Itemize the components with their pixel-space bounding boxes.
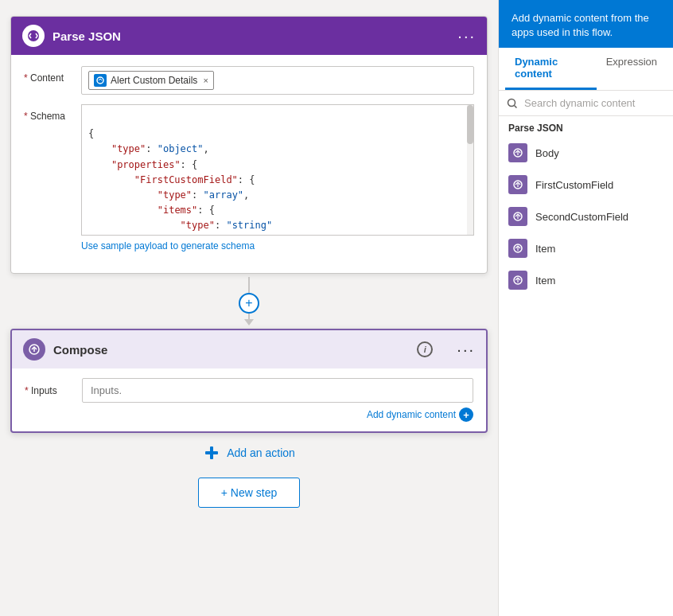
content-tag-text: Alert Custom Details	[111, 75, 197, 86]
panel-header-text: Add dynamic content from the apps used i…	[512, 12, 649, 38]
panel-item-item2-label: Item	[535, 275, 555, 287]
schema-container: { "type": "object", "properties": { "Fir…	[81, 104, 474, 252]
parse-json-title: Parse JSON	[53, 29, 449, 43]
parse-json-card: Parse JSON ··· Content Alert Custom Deta…	[10, 16, 488, 274]
parse-json-menu[interactable]: ···	[457, 27, 476, 45]
panel-item-first-custom-icon	[508, 175, 527, 194]
connector-1: +	[239, 277, 259, 326]
compose-icon	[23, 338, 45, 361]
sample-link[interactable]: Use sample payload to generate schema	[81, 240, 255, 251]
add-dynamic-button[interactable]: Add dynamic content +	[367, 407, 473, 422]
connector-arrow	[244, 319, 254, 326]
compose-header: Compose i ···	[12, 330, 486, 368]
panel-item-body-icon	[508, 143, 527, 162]
compose-menu[interactable]: ···	[457, 341, 475, 359]
panel-item-first-custom[interactable]: FirstCustomField	[499, 169, 673, 201]
parse-json-header: Parse JSON ···	[11, 17, 487, 55]
content-label: Content	[24, 66, 72, 84]
panel-tabs: Dynamic content Expression	[499, 48, 673, 91]
inputs-row: Inputs	[25, 378, 473, 403]
new-step-button[interactable]: + New step	[198, 478, 300, 508]
panel-item-item1-label: Item	[535, 243, 555, 255]
panel-item-item1-icon	[508, 239, 527, 258]
panel-item-body-label: Body	[535, 147, 559, 159]
content-field-row: Content Alert Custom Details ×	[24, 66, 474, 95]
inputs-field[interactable]	[82, 378, 473, 403]
add-action-row[interactable]: Add an action	[203, 444, 295, 462]
add-action-icon	[203, 444, 220, 462]
panel-item-item-2[interactable]: Item	[499, 264, 673, 296]
compose-title: Compose	[53, 343, 409, 357]
tab-dynamic[interactable]: Dynamic content	[505, 48, 597, 90]
compose-body: Inputs Add dynamic content +	[12, 368, 486, 431]
search-input[interactable]	[524, 97, 665, 109]
svg-rect-4	[210, 446, 213, 459]
add-dynamic-label: Add dynamic content	[367, 409, 456, 420]
panel-header: Add dynamic content from the apps used i…	[499, 0, 673, 48]
content-tag-container[interactable]: Alert Custom Details ×	[81, 66, 474, 95]
panel-section-label: Parse JSON	[499, 116, 673, 137]
panel-search-row	[499, 91, 673, 116]
content-tag-close[interactable]: ×	[203, 76, 208, 85]
panel-item-first-custom-label: FirstCustomField	[535, 179, 613, 191]
panel-item-body[interactable]: Body	[499, 137, 673, 169]
panel-item-second-custom[interactable]: SecondCustomField	[499, 201, 673, 232]
right-panel: Add dynamic content from the apps used i…	[498, 0, 673, 616]
schema-field-row: Schema { "type": "object", "properties":…	[24, 104, 474, 252]
add-dynamic-plus-icon: +	[459, 407, 473, 422]
tab-expression[interactable]: Expression	[597, 48, 667, 90]
svg-point-5	[508, 99, 515, 106]
parse-json-icon	[22, 25, 45, 47]
svg-point-1	[97, 77, 103, 84]
new-step-label: + New step	[221, 486, 277, 499]
panel-item-second-custom-label: SecondCustomField	[535, 211, 628, 223]
panel-item-item-1[interactable]: Item	[499, 232, 673, 264]
add-dynamic-row: Add dynamic content +	[25, 407, 473, 425]
parse-json-body: Content Alert Custom Details × Schema	[11, 55, 487, 273]
panel-item-second-custom-icon	[508, 207, 527, 226]
inputs-label: Inputs	[25, 385, 72, 396]
tag-icon	[94, 74, 107, 87]
connector-line-1	[248, 277, 250, 293]
schema-scroll[interactable]: { "type": "object", "properties": { "Fir…	[81, 104, 474, 236]
search-icon	[507, 98, 518, 109]
content-tag: Alert Custom Details ×	[88, 71, 214, 90]
schema-scrollbar[interactable]	[467, 105, 473, 235]
add-action-label: Add an action	[227, 446, 295, 459]
add-step-button[interactable]: +	[239, 293, 259, 314]
schema-label: Schema	[24, 104, 72, 122]
schema-inner: { "type": "object", "properties": { "Fir…	[82, 105, 473, 236]
compose-card: Compose i ··· Inputs Add dynamic content…	[10, 329, 488, 433]
panel-item-item2-icon	[508, 271, 527, 290]
info-icon[interactable]: i	[417, 341, 433, 357]
